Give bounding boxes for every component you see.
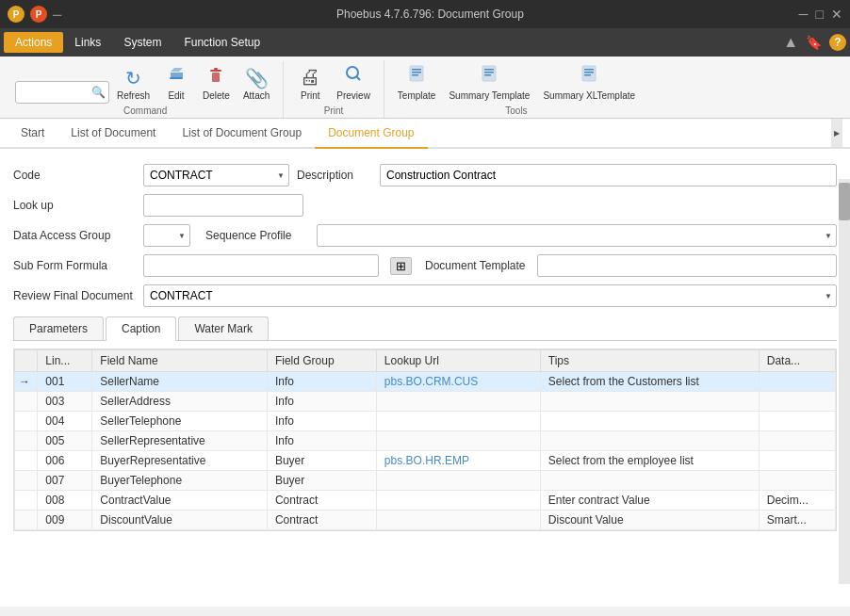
lookup-label: Look up bbox=[13, 199, 136, 212]
title-bar: P P ─ Phoebus 4.7.6.796: Document Group … bbox=[0, 0, 850, 28]
template-icon bbox=[406, 63, 427, 89]
scrollbar-thumb[interactable] bbox=[839, 183, 850, 220]
table-header-row: Lin... Field Name Field Group Lookup Url… bbox=[15, 350, 836, 372]
search-wrapper: 🔍 bbox=[15, 81, 109, 104]
menu-help-icon[interactable]: ? bbox=[829, 34, 846, 51]
table-row[interactable]: 009DiscountValueContractDiscount ValueSm… bbox=[15, 511, 836, 530]
cell-fieldGroup: Info bbox=[267, 372, 376, 392]
description-input[interactable] bbox=[380, 164, 837, 186]
doc-template-input[interactable] bbox=[537, 254, 838, 277]
table-container: Lin... Field Name Field Group Lookup Url… bbox=[13, 349, 837, 531]
inner-tab-caption[interactable]: Caption bbox=[106, 316, 176, 341]
inner-tabs-bar: Parameters Caption Water Mark bbox=[13, 316, 837, 341]
subform-input[interactable] bbox=[143, 254, 379, 277]
attach-button[interactable]: 📎 Attach bbox=[237, 64, 275, 104]
svg-rect-8 bbox=[410, 66, 423, 81]
table-row[interactable]: 003SellerAddressInfo bbox=[15, 392, 836, 412]
svg-rect-16 bbox=[582, 66, 596, 81]
toolbar-group-command: 🔍 ↻ Refresh Edit Delete bbox=[8, 61, 284, 118]
row-arrow bbox=[15, 412, 38, 431]
tab-list-of-document[interactable]: List of Document bbox=[57, 119, 169, 149]
refresh-button[interactable]: ↻ Refresh bbox=[111, 64, 155, 104]
table-row[interactable]: 004SellerTelephoneInfo bbox=[15, 412, 836, 431]
doc-template-browse-button[interactable]: ⊞ bbox=[390, 257, 412, 275]
cell-fieldName: SellerRepresentative bbox=[92, 431, 268, 451]
table-row[interactable]: 005SellerRepresentativeInfo bbox=[15, 431, 836, 451]
cell-data bbox=[759, 451, 835, 471]
cell-data bbox=[759, 431, 835, 451]
cell-lin: 003 bbox=[38, 392, 92, 412]
table-row[interactable]: 008ContractValueContractEnter contract V… bbox=[15, 491, 836, 511]
svg-line-7 bbox=[357, 77, 361, 81]
close-button[interactable]: ✕ bbox=[831, 7, 842, 22]
tab-scroll-right[interactable]: ▶ bbox=[831, 119, 842, 147]
tab-list-of-document-group[interactable]: List of Document Group bbox=[169, 119, 315, 149]
cell-tips: Select from the Customers list bbox=[540, 372, 759, 392]
svg-point-6 bbox=[347, 67, 358, 78]
summary-xltemplate-button[interactable]: Summary XLTemplate bbox=[537, 60, 641, 104]
table-row[interactable]: →001SellerNameInfopbs.BO.CRM.CUSSelect f… bbox=[15, 372, 836, 392]
menu-links[interactable]: Links bbox=[63, 32, 112, 53]
cell-fieldGroup: Contract bbox=[267, 491, 376, 511]
svg-rect-0 bbox=[170, 77, 183, 79]
svg-rect-10 bbox=[412, 72, 421, 73]
data-access-select[interactable] bbox=[143, 224, 190, 247]
menu-actions[interactable]: Actions bbox=[4, 32, 63, 53]
template-button[interactable]: Template bbox=[392, 60, 442, 104]
tab-document-group[interactable]: Document Group bbox=[315, 119, 427, 149]
form-row-lookup: Look up bbox=[13, 194, 837, 217]
inner-tab-watermark[interactable]: Water Mark bbox=[178, 316, 269, 340]
col-field-group: Field Group bbox=[267, 350, 376, 372]
cell-lin: 004 bbox=[38, 412, 92, 431]
cell-fieldGroup: Buyer bbox=[267, 451, 376, 471]
title-bar-minimize[interactable]: ─ bbox=[53, 8, 61, 22]
menu-system[interactable]: System bbox=[112, 32, 172, 53]
delete-button[interactable]: Delete bbox=[197, 61, 236, 104]
code-select[interactable]: CONTRACT bbox=[143, 164, 289, 186]
svg-rect-11 bbox=[412, 74, 418, 76]
toolbar-group-print: 🖨 Print Preview Print bbox=[284, 60, 384, 118]
cell-lin: 008 bbox=[38, 491, 92, 511]
attach-icon: 📎 bbox=[245, 67, 269, 89]
sequence-profile-select-wrapper bbox=[317, 224, 837, 247]
title-bar-left: P P ─ bbox=[8, 6, 61, 23]
svg-rect-12 bbox=[482, 66, 496, 81]
cell-fieldName: SellerTelephone bbox=[92, 412, 268, 431]
preview-button[interactable]: Preview bbox=[331, 60, 376, 104]
summary-template-button[interactable]: Summary Template bbox=[443, 60, 535, 104]
table-row[interactable]: 006BuyerRepresentativeBuyerpbs.BO.HR.EMP… bbox=[15, 451, 836, 471]
svg-rect-19 bbox=[584, 74, 591, 76]
tab-start[interactable]: Start bbox=[8, 119, 57, 149]
minimize-button[interactable]: ─ bbox=[799, 7, 809, 22]
cell-fieldName: BuyerRepresentative bbox=[92, 451, 268, 471]
toolbar-print-items: 🖨 Print Preview bbox=[291, 60, 376, 104]
menu-bookmark-icon[interactable]: 🔖 bbox=[806, 35, 822, 50]
form-row-code: Code CONTRACT Description bbox=[13, 164, 837, 186]
review-select[interactable]: CONTRACT bbox=[143, 284, 837, 307]
cell-fieldName: SellerName bbox=[92, 372, 268, 392]
cell-lookupUrl bbox=[376, 511, 540, 530]
cell-tips bbox=[540, 471, 759, 491]
cell-lin: 001 bbox=[38, 372, 92, 392]
cell-lin: 006 bbox=[38, 451, 92, 471]
lookup-input[interactable] bbox=[143, 194, 303, 217]
table-row[interactable]: 007BuyerTelephoneBuyer bbox=[15, 471, 836, 491]
inner-tab-parameters[interactable]: Parameters bbox=[13, 316, 104, 340]
maximize-button[interactable]: □ bbox=[816, 7, 824, 22]
sequence-profile-select[interactable] bbox=[317, 224, 837, 247]
print-button[interactable]: 🖨 Print bbox=[291, 62, 329, 104]
svg-rect-17 bbox=[584, 69, 594, 71]
menu-up-icon[interactable]: ▲ bbox=[783, 34, 798, 51]
svg-rect-14 bbox=[484, 72, 494, 73]
scrollbar-right[interactable] bbox=[839, 179, 850, 584]
review-select-wrapper: CONTRACT bbox=[143, 284, 837, 307]
svg-rect-3 bbox=[212, 73, 220, 82]
cell-lookupUrl bbox=[376, 471, 540, 491]
svg-rect-5 bbox=[214, 68, 218, 70]
menu-function-setup[interactable]: Function Setup bbox=[172, 32, 271, 53]
toolbar: 🔍 ↻ Refresh Edit Delete bbox=[0, 57, 850, 119]
data-access-group-label: Data Access Group bbox=[13, 229, 136, 242]
col-lookup-url: Lookup Url bbox=[376, 350, 540, 372]
edit-button[interactable]: Edit bbox=[157, 61, 195, 104]
form-row-review: Review Final Document CONTRACT bbox=[13, 284, 837, 307]
